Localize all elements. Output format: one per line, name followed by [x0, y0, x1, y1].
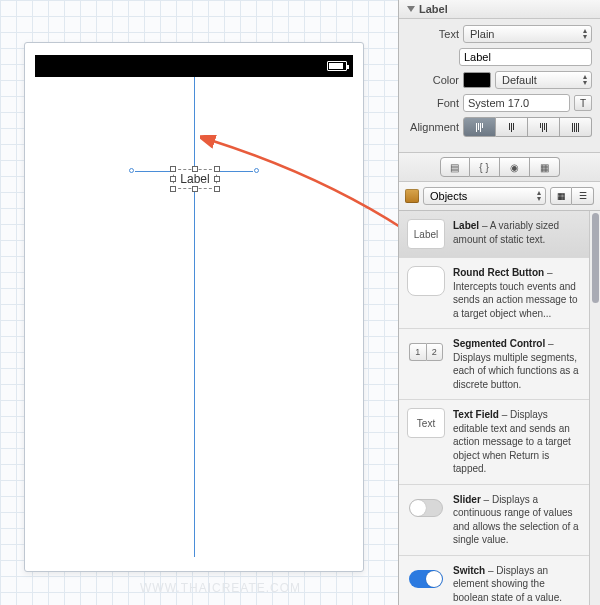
tab-code-icon[interactable]: { } [470, 157, 500, 177]
objects-cube-icon [405, 189, 419, 203]
slider-preview-icon [407, 493, 445, 523]
lib-item-segmented-control[interactable]: 12 Segmented Control – Displays multiple… [399, 329, 589, 400]
font-picker-button[interactable]: T [574, 95, 592, 111]
dragged-label-text: Label [180, 172, 209, 186]
align-justify-button[interactable] [560, 117, 592, 137]
align-left-button[interactable] [463, 117, 496, 137]
tab-media-icon[interactable]: ▦ [530, 157, 560, 177]
lib-item-text-field[interactable]: Text Text Field – Displays editable text… [399, 400, 589, 485]
segmented-preview-icon: 12 [407, 337, 445, 367]
status-bar [35, 55, 353, 77]
lib-item-round-rect-button[interactable]: Round Rect Button – Intercepts touch eve… [399, 258, 589, 329]
label-preview-icon: Label [407, 219, 445, 249]
alignment-segmented[interactable] [463, 117, 592, 137]
inspector-tabrow: ▤ { } ◉ ▦ [399, 153, 600, 182]
canvas-grid[interactable]: Label WWW.THAICREATE.COM [0, 0, 398, 605]
text-mode-select[interactable]: Plain ▴▾ [463, 25, 592, 43]
object-library-list[interactable]: Label Label – A variably sized amount of… [399, 211, 589, 605]
chevron-updown-icon: ▴▾ [583, 28, 587, 40]
tab-file-icon[interactable]: ▤ [440, 157, 470, 177]
library-header: Objects ▴▾ ▦ ☰ [399, 182, 600, 211]
text-value-input[interactable] [459, 48, 592, 66]
chevron-updown-icon: ▴▾ [537, 190, 541, 202]
library-scrollbar[interactable] [589, 211, 600, 605]
prop-label-alignment: Alignment [407, 121, 459, 133]
inspector-panel: Label Text Plain ▴▾ Color Default ▴▾ Fon… [398, 0, 600, 605]
battery-icon [327, 61, 347, 71]
tab-object-icon[interactable]: ◉ [500, 157, 530, 177]
lib-item-slider[interactable]: Slider – Displays a continuous range of … [399, 485, 589, 556]
disclosure-triangle-icon [407, 6, 415, 12]
button-preview-icon [407, 266, 445, 296]
dragged-label[interactable]: Label [173, 169, 217, 189]
chevron-updown-icon: ▴▾ [583, 74, 587, 86]
section-header[interactable]: Label [399, 0, 600, 19]
device-frame: Label [24, 42, 364, 572]
lib-item-label[interactable]: Label Label – A variably sized amount of… [399, 211, 589, 258]
textfield-preview-icon: Text [407, 408, 445, 438]
color-select[interactable]: Default ▴▾ [495, 71, 592, 89]
properties: Text Plain ▴▾ Color Default ▴▾ Font Syst… [399, 19, 600, 153]
watermark: WWW.THAICREATE.COM [140, 581, 301, 595]
align-center-button[interactable] [496, 117, 528, 137]
prop-label-color: Color [407, 74, 459, 86]
prop-label-font: Font [407, 97, 459, 109]
color-swatch[interactable] [463, 72, 491, 88]
vertical-guide [194, 77, 195, 557]
lib-item-switch[interactable]: Switch – Displays an element showing the… [399, 556, 589, 606]
prop-label-text: Text [407, 28, 459, 40]
scrollbar-thumb[interactable] [592, 213, 599, 303]
section-title: Label [419, 3, 448, 15]
library-scope-select[interactable]: Objects ▴▾ [423, 187, 546, 205]
grid-view-button[interactable]: ▦ [550, 187, 572, 205]
list-view-button[interactable]: ☰ [572, 187, 594, 205]
font-display: System 17.0 [463, 94, 570, 112]
switch-preview-icon [407, 564, 445, 594]
align-right-button[interactable] [528, 117, 560, 137]
